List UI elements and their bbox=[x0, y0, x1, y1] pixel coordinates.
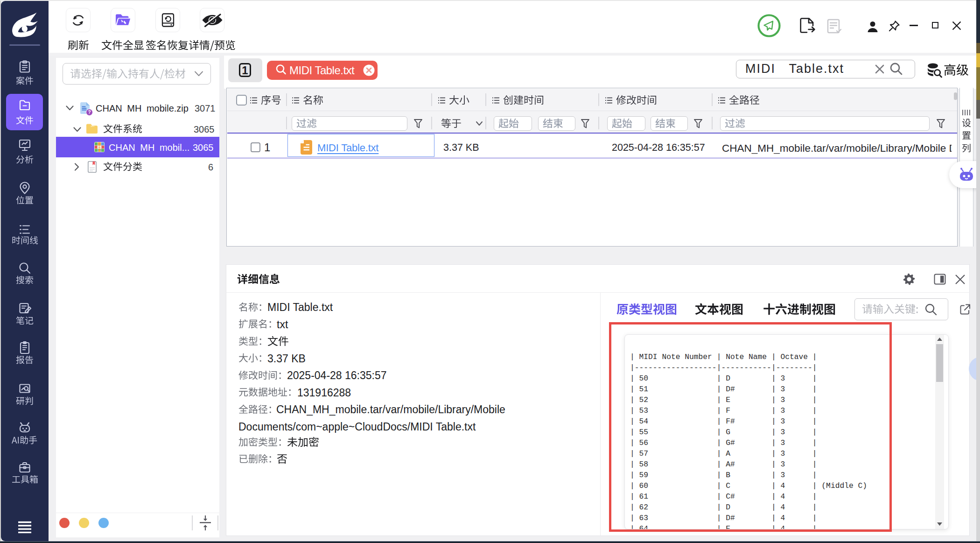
svg-text:?: ? bbox=[88, 110, 91, 115]
